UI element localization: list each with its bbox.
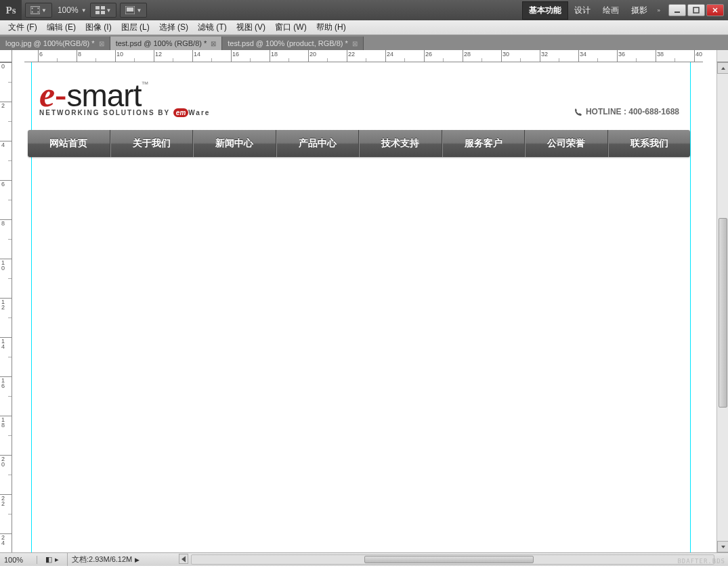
- workspace-painting[interactable]: 绘画: [597, 2, 625, 19]
- svg-rect-7: [95, 11, 100, 14]
- ruler-vertical[interactable]: 024681012141618202224: [0, 62, 12, 552]
- site-logo: e-smart™ NETWORKING SOLUTIONS BY emWare: [39, 74, 210, 116]
- close-tab-icon[interactable]: ⊠: [352, 40, 358, 47]
- menu-filter[interactable]: 滤镜 (T): [198, 22, 227, 33]
- workspace-photography[interactable]: 摄影: [625, 2, 654, 19]
- doc-tab-label: logo.jpg @ 100%(RGB/8) *: [5, 39, 95, 47]
- menu-image[interactable]: 图像 (I): [85, 22, 112, 33]
- screen-mode-button[interactable]: ▼: [120, 3, 147, 18]
- app-logo: Ps: [0, 0, 22, 20]
- menu-help[interactable]: 帮助 (H): [316, 22, 346, 33]
- menu-window[interactable]: 窗口 (W): [275, 22, 307, 33]
- nav-home[interactable]: 网站首页: [28, 130, 110, 157]
- scroll-thumb[interactable]: [364, 556, 534, 563]
- menubar: 文件 (F) 编辑 (E) 图像 (I) 图层 (L) 选择 (S) 滤镜 (T…: [0, 20, 728, 35]
- maximize-button[interactable]: [687, 4, 705, 16]
- svg-rect-11: [675, 12, 680, 13]
- chevron-down-icon: [721, 544, 726, 550]
- scroll-left-button[interactable]: [179, 554, 188, 564]
- scrollbar-horizontal[interactable]: [191, 554, 714, 565]
- site-navbar: 网站首页 关于我们 新闻中心 产品中心 技术支持 服务客户 公司荣誉 联系我们: [28, 130, 690, 157]
- app-toolbar: Ps ▼ 100%▼ ▼ ▼ 基本功能 设计 绘画 摄影 »: [0, 0, 728, 20]
- nav-news[interactable]: 新闻中心: [193, 130, 276, 157]
- minimize-icon: [674, 7, 681, 14]
- canvas[interactable]: e-smart™ NETWORKING SOLUTIONS BY emWare …: [12, 62, 716, 552]
- close-tab-icon[interactable]: ⊠: [211, 40, 216, 47]
- close-tab-icon[interactable]: ⊠: [99, 40, 104, 47]
- zoom-level[interactable]: 100%: [58, 5, 79, 15]
- svg-rect-12: [693, 7, 699, 13]
- doc-tab-label: test.psd @ 100% (RGB/8) *: [116, 39, 207, 47]
- doc-tab[interactable]: test.psd @ 100% (RGB/8) *⊠: [110, 37, 223, 50]
- scroll-up-button[interactable]: [717, 62, 728, 74]
- nav-products[interactable]: 产品中心: [276, 130, 360, 157]
- doc-tab[interactable]: logo.jpg @ 100%(RGB/8) *⊠: [0, 37, 110, 50]
- svg-rect-2: [32, 12, 33, 13]
- svg-rect-10: [127, 7, 133, 12]
- status-doc-size[interactable]: 文档:2.93M/6.12M: [68, 554, 132, 565]
- nav-honor[interactable]: 公司荣誉: [525, 130, 608, 157]
- scrollbar-vertical[interactable]: [716, 62, 728, 552]
- svg-rect-3: [38, 8, 39, 9]
- bridge-button[interactable]: ▼: [25, 3, 52, 18]
- nav-service[interactable]: 服务客户: [442, 130, 526, 157]
- hotline: HOTLINE : 400-688-1688: [574, 107, 679, 116]
- status-nav-icon[interactable]: ◧ ▸: [37, 553, 68, 566]
- svg-rect-6: [101, 6, 105, 9]
- svg-rect-4: [38, 12, 39, 13]
- phone-icon: [574, 108, 582, 116]
- nav-about[interactable]: 关于我们: [110, 130, 194, 157]
- svg-rect-5: [95, 6, 100, 9]
- menu-view[interactable]: 视图 (V): [236, 22, 265, 33]
- maximize-icon: [693, 7, 700, 14]
- grid-icon: [95, 6, 105, 14]
- scroll-thumb[interactable]: [719, 218, 727, 408]
- doc-tab-label: test.psd @ 100% (product, RGB/8) *: [228, 39, 347, 47]
- film-icon: [30, 6, 40, 14]
- close-icon: [712, 7, 719, 14]
- workspace-essentials[interactable]: 基本功能: [522, 1, 568, 20]
- screen-icon: [125, 6, 135, 14]
- doc-tab[interactable]: test.psd @ 100% (product, RGB/8) *⊠: [222, 37, 363, 50]
- svg-rect-1: [32, 8, 33, 9]
- svg-rect-8: [101, 11, 105, 14]
- menu-edit[interactable]: 编辑 (E): [47, 22, 76, 33]
- menu-file[interactable]: 文件 (F): [8, 22, 37, 33]
- status-bar: 100% ◧ ▸ 文档:2.93M/6.12M ▶ BDAFTER.BDS: [0, 552, 728, 566]
- scroll-down-button[interactable]: [717, 541, 728, 552]
- svg-rect-0: [30, 7, 40, 14]
- document-tabs: logo.jpg @ 100%(RGB/8) *⊠ test.psd @ 100…: [0, 35, 728, 50]
- arrange-button[interactable]: ▼: [90, 3, 117, 18]
- nav-support[interactable]: 技术支持: [359, 130, 442, 157]
- menu-select[interactable]: 选择 (S): [159, 22, 188, 33]
- workspace-design[interactable]: 设计: [568, 2, 597, 19]
- watermark: BDAFTER.BDS: [677, 558, 725, 565]
- minimize-button[interactable]: [668, 4, 686, 16]
- close-button[interactable]: [706, 4, 724, 16]
- nav-contact[interactable]: 联系我们: [608, 130, 691, 157]
- chevron-left-icon: [179, 555, 188, 563]
- chevron-up-icon: [721, 66, 726, 71]
- guide-vertical[interactable]: [690, 62, 691, 552]
- status-zoom[interactable]: 100%: [0, 556, 37, 564]
- menu-layer[interactable]: 图层 (L): [121, 22, 150, 33]
- ruler-horizontal[interactable]: 6810121416182022242628303234363840: [24, 50, 703, 62]
